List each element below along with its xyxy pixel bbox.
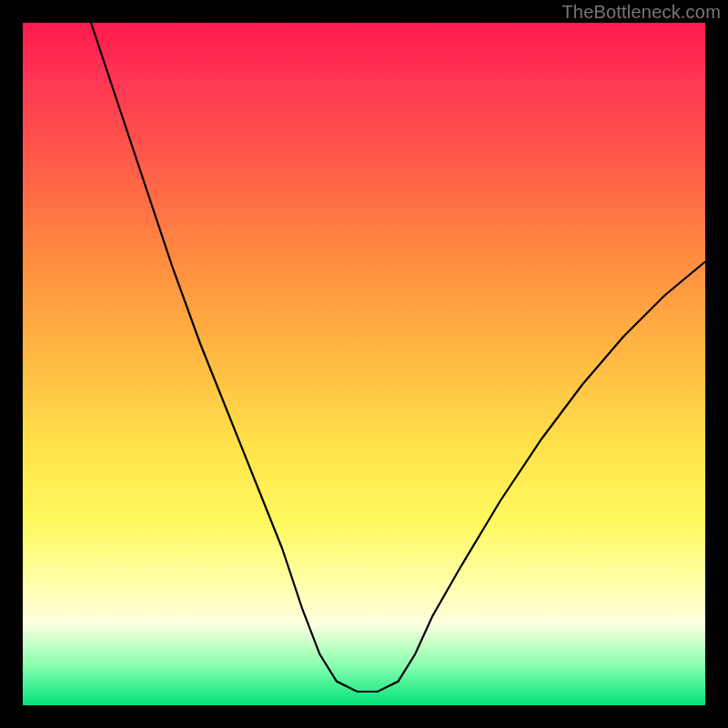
watermark-text: TheBottleneck.com bbox=[561, 2, 721, 23]
bottleneck-curve bbox=[91, 23, 705, 692]
chart-frame: TheBottleneck.com bbox=[0, 0, 728, 728]
plot-area bbox=[23, 23, 705, 705]
curve-layer bbox=[23, 23, 705, 705]
optimal-band bbox=[319, 654, 422, 692]
